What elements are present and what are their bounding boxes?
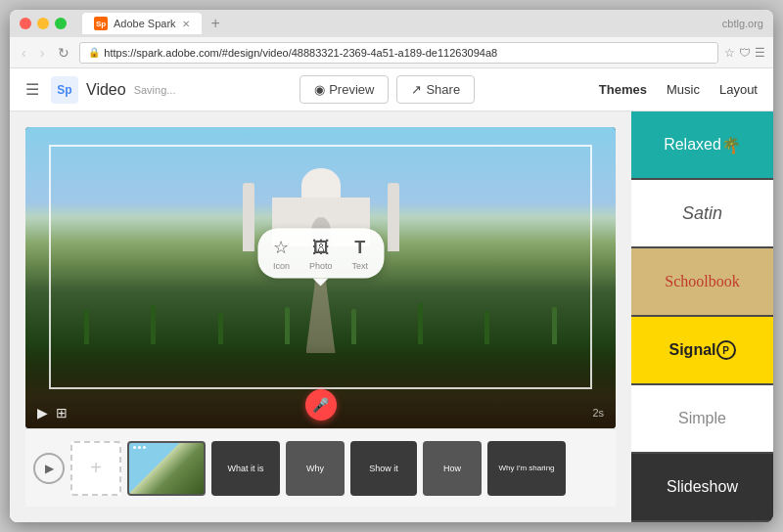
back-button[interactable]: ‹ (18, 43, 30, 63)
app-logo: Sp (51, 76, 78, 104)
maximize-dot[interactable] (55, 18, 67, 29)
browser-tab[interactable]: Sp Adobe Spark ✕ (82, 13, 202, 34)
timeline-slide-4[interactable]: Show it (350, 441, 417, 496)
new-tab-button[interactable]: + (211, 15, 220, 32)
popup-triangle (313, 279, 329, 287)
photo-tool[interactable]: 🖼 Photo (309, 237, 333, 270)
theme-schoolbook-label: Schoolbook (665, 273, 739, 290)
nav-music[interactable]: Music (667, 82, 700, 97)
theme-relaxed-label: Relaxed (664, 136, 721, 154)
menu-icon[interactable]: ☰ (755, 46, 765, 60)
theme-slideshow-label: Slideshow (667, 478, 738, 496)
header-nav: Themes Music Layout (599, 82, 758, 97)
play-button[interactable]: ▶ (37, 405, 48, 421)
app-header: ☰ Sp Video Saving... ◉ Preview ↗ Share (10, 68, 773, 111)
slide-4-label: Show it (367, 462, 400, 475)
main-layout: ☆ Icon 🖼 Photo T Text (10, 111, 773, 522)
share-icon: ↗ (411, 82, 422, 97)
nav-layout[interactable]: Layout (719, 82, 758, 97)
theme-relaxed[interactable]: Relaxed 🌴 (631, 111, 773, 180)
minimize-dot[interactable] (37, 18, 49, 29)
mic-button[interactable]: 🎤 (305, 389, 337, 421)
preview-button[interactable]: ◉ Preview (299, 75, 389, 104)
themes-panel: Relaxed 🌴 Satin Schoolbook Signal P (631, 111, 773, 522)
tab-close-button[interactable]: ✕ (182, 19, 190, 29)
photo-icon: 🖼 (312, 237, 330, 257)
timeline-play-button[interactable]: ▶ (33, 453, 65, 484)
timeline-slide-6[interactable]: Why I'm sharing (487, 441, 566, 496)
timeline-slide-3[interactable]: Why (286, 441, 345, 496)
saving-status: Saving... (134, 84, 176, 96)
share-button[interactable]: ↗ Share (396, 75, 475, 104)
theme-schoolbook[interactable]: Schoolbook (631, 248, 773, 317)
browser-titlebar: Sp Adobe Spark ✕ + cbtlg.org (10, 10, 773, 37)
theme-satin-label: Satin (682, 203, 722, 224)
signal-icon: P (716, 340, 736, 360)
mic-icon: 🎤 (312, 397, 329, 413)
tab-title: Adobe Spark (114, 18, 176, 29)
browser-toolbar-icons: ☆ 🛡 ☰ (724, 46, 765, 60)
nav-themes[interactable]: Themes (599, 82, 647, 97)
theme-slideshow[interactable]: Slideshow (631, 454, 773, 522)
slide-5-label: How (441, 462, 463, 475)
forward-button[interactable]: › (36, 43, 49, 63)
star-icon: ☆ (273, 237, 289, 258)
app-container: ☰ Sp Video Saving... ◉ Preview ↗ Share (10, 68, 773, 522)
browser-toolbar: ‹ › ↻ 🔒 https://spark.adobe.com/#design/… (10, 37, 773, 68)
timeline: ▶ + What it is (25, 428, 616, 507)
theme-simple-label: Simple (678, 410, 726, 427)
browser-top-right: cbtlg.org (226, 18, 763, 29)
preview-icon: ◉ (314, 82, 325, 97)
controls-left: ▶ ⊞ (37, 405, 68, 421)
theme-signal[interactable]: Signal P (631, 317, 773, 385)
url-text: https://spark.adobe.com/#design/video/48… (104, 47, 497, 59)
theme-satin[interactable]: Satin (631, 180, 773, 248)
theme-signal-label: Signal (668, 341, 715, 359)
timeline-slide-5[interactable]: How (423, 441, 482, 496)
app-title: Video (86, 81, 126, 99)
slide-6-label: Why I'm sharing (496, 462, 556, 474)
timeline-add-button[interactable]: + (70, 441, 121, 496)
shield-icon: 🛡 (739, 46, 751, 60)
text-tool[interactable]: T Text (352, 237, 369, 270)
address-bar[interactable]: 🔒 https://spark.adobe.com/#design/video/… (79, 42, 718, 64)
video-frame: ☆ Icon 🖼 Photo T Text (25, 127, 616, 428)
slide-3-label: Why (304, 462, 326, 475)
bookmark-icon[interactable]: ☆ (724, 46, 735, 60)
theme-simple[interactable]: Simple (631, 385, 773, 454)
video-editor[interactable]: ☆ Icon 🖼 Photo T Text (25, 127, 616, 428)
fullscreen-button[interactable]: ⊞ (56, 405, 68, 421)
refresh-button[interactable]: ↻ (54, 43, 73, 63)
tab-favicon: Sp (94, 17, 108, 30)
timeline-slide-2[interactable]: What it is (211, 441, 280, 496)
close-dot[interactable] (20, 18, 31, 29)
text-icon: T (354, 237, 365, 257)
slide-2-label: What it is (225, 462, 265, 475)
relaxed-icon: 🌴 (721, 136, 741, 155)
secure-icon: 🔒 (88, 47, 100, 58)
icon-tool[interactable]: ☆ Icon (273, 237, 290, 271)
editor-toolbar-popup: ☆ Icon 🖼 Photo T Text (257, 229, 384, 279)
hamburger-menu[interactable]: ☰ (25, 80, 39, 99)
timeline-slide-1[interactable] (127, 441, 206, 496)
content-area: ☆ Icon 🖼 Photo T Text (10, 111, 631, 522)
header-center-buttons: ◉ Preview ↗ Share (175, 75, 598, 104)
duration-label: 2s (592, 407, 604, 419)
